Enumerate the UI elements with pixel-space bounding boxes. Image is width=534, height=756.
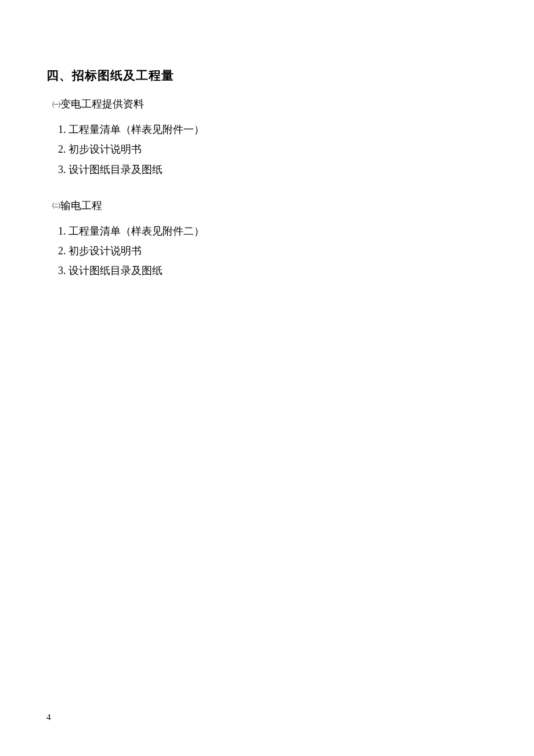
section-title: 四、招标图纸及工程量 [46,67,488,84]
subsection-two: ㈡输电工程 1. 工程量清单（样表见附件二） 2. 初步设计说明书 3. 设计图… [46,196,488,281]
list-item: 3. 设计图纸目录及图纸 [58,261,488,280]
marker-one: ㈠ [52,97,60,113]
subsection-two-label: 输电工程 [60,200,102,211]
list-item: 1. 工程量清单（样表见附件一） [58,120,488,139]
subsection-one-label: 变电工程提供资料 [60,98,144,110]
subsection-one-title: ㈠变电工程提供资料 [52,94,488,114]
list-item: 3. 设计图纸目录及图纸 [58,160,488,179]
page-number: 4 [46,712,51,722]
list-item: 2. 初步设计说明书 [58,139,488,159]
list-item: 1. 工程量清单（样表见附件二） [58,221,488,241]
subsection-one: ㈠变电工程提供资料 1. 工程量清单（样表见附件一） 2. 初步设计说明书 3.… [46,94,488,179]
marker-two: ㈡ [52,198,60,214]
subsection-two-title: ㈡输电工程 [52,196,488,215]
page-content: 四、招标图纸及工程量 ㈠变电工程提供资料 1. 工程量清单（样表见附件一） 2.… [0,0,534,281]
list-item: 2. 初步设计说明书 [58,241,488,261]
